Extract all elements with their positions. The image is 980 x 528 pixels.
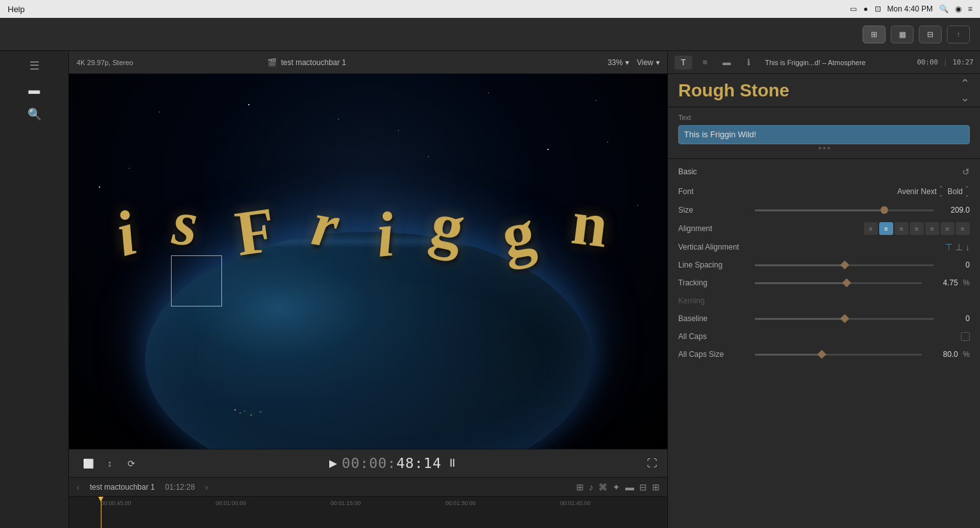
all-caps-controls	[755, 332, 970, 341]
align-left-btn[interactable]: ≡	[864, 222, 878, 235]
ruler-tick-1: 00:01:00:00	[216, 500, 246, 506]
tracking-label: Tracking	[678, 278, 755, 287]
font-controls: Avenir Next ⌃⌄ Bold ⌃⌄	[755, 185, 970, 198]
timeline-blade-icon[interactable]: ✦	[612, 482, 620, 492]
user-icon[interactable]: ◉	[955, 4, 961, 13]
effect-chevron-icon[interactable]: ⌃⌄	[960, 77, 970, 105]
ruler-label-1: 00:01:00:00	[216, 500, 246, 506]
sidebar-film-icon[interactable]: ▬	[22, 80, 47, 100]
toolbar: ⊞ ▦ ⊟ ↑	[0, 18, 980, 51]
inspector-tab-info[interactable]: ℹ	[739, 56, 757, 70]
video-text-overlay: i s F r i g g n	[69, 192, 667, 266]
line-spacing-slider[interactable]	[755, 264, 934, 266]
inspector-clip-title: This is Friggin...d! – Atmosphere	[765, 59, 913, 66]
baseline-slider[interactable]	[755, 318, 934, 320]
inspector-time-separator: |	[943, 58, 947, 66]
play-button[interactable]: ▶	[329, 457, 337, 469]
char-g2: g	[496, 193, 553, 273]
valign-top-btn[interactable]: ⊤	[945, 242, 953, 252]
inspector-btn[interactable]: ⊟	[919, 26, 942, 43]
video-column: 4K 29.97p, Stereo 🎬 test mactouchbar 1 3…	[69, 51, 667, 528]
inspector-time-end: 10:27	[953, 58, 974, 66]
align-justify-btn[interactable]: ≡	[910, 222, 924, 235]
inspector-tab-film[interactable]: ▬	[718, 56, 736, 70]
menu-icon[interactable]: ≡	[968, 4, 972, 13]
valign-middle-btn[interactable]: ⊥	[955, 242, 963, 252]
timeline-zoom-in-icon[interactable]: ⊞	[576, 482, 584, 492]
filmstrip-btn[interactable]: ▦	[891, 26, 914, 43]
all-caps-size-row: All Caps Size 80.0 %	[668, 345, 980, 363]
zoom-control[interactable]: 33% ▾	[607, 58, 629, 67]
baseline-controls: 0	[755, 314, 970, 323]
line-spacing-label: Line Spacing	[678, 260, 755, 269]
tracking-row: Tracking 4.75 %	[668, 274, 980, 292]
inspector-tab-list[interactable]: ≡	[696, 56, 714, 70]
fullscreen-button[interactable]: ⛶	[647, 458, 657, 469]
timeline-filmstrip-icon[interactable]: ▬	[625, 482, 634, 492]
share-icon: ↑	[956, 30, 960, 39]
timeline-collapse-icon[interactable]: ⊟	[639, 482, 647, 492]
char-s: s	[170, 186, 214, 262]
baseline-label: Baseline	[678, 314, 755, 323]
font-style-value: Bold	[947, 187, 963, 196]
font-name-selector[interactable]: Avenir Next ⌃⌄	[755, 185, 944, 198]
dot-2	[823, 147, 826, 149]
search-icon[interactable]: 🔍	[939, 4, 949, 13]
valign-bottom-btn[interactable]: ↓	[965, 242, 970, 252]
sliders-icon: ⊟	[927, 30, 933, 39]
text-input-dots	[678, 144, 970, 152]
airplay-icon[interactable]: ▭	[850, 4, 857, 13]
font-label: Font	[678, 187, 755, 196]
all-caps-size-slider[interactable]	[755, 354, 922, 356]
vertical-alignment-row: Vertical Alignment ⊤ ⊥ ↓	[668, 238, 980, 256]
list-tab-icon: ≡	[702, 57, 708, 67]
effect-name: Rough Stone	[678, 80, 960, 101]
grid-view-btn[interactable]: ⊞	[863, 26, 886, 43]
font-style-selector[interactable]: Bold ⌃⌄	[947, 185, 970, 198]
align-justify4-btn[interactable]: ≡	[956, 222, 970, 235]
dot-1	[819, 147, 821, 149]
timeline-audio-icon[interactable]: ♪	[589, 482, 593, 492]
arrow-tool-btn[interactable]: ↕	[101, 456, 119, 471]
sidebar-hamburger-icon[interactable]: ☰	[22, 56, 47, 75]
timeline-headphones-icon[interactable]: ⌘	[598, 482, 607, 492]
share-btn[interactable]: ↑	[947, 26, 970, 43]
effect-title-bar: Rough Stone ⌃⌄	[668, 74, 980, 107]
tracking-controls: 4.75 %	[755, 278, 970, 287]
font-row: Font Avenir Next ⌃⌄ Bold ⌃⌄	[668, 182, 980, 201]
all-caps-row: All Caps	[668, 328, 980, 345]
char-r: r	[307, 186, 357, 265]
speed-tool-btn[interactable]: ⟳	[122, 456, 140, 471]
size-row: Size 209.0	[668, 201, 980, 219]
align-justify3-btn[interactable]: ≡	[940, 222, 954, 235]
size-slider[interactable]	[755, 209, 934, 211]
alignment-controls: ≡ ≡ ≡ ≡ ≡ ≡ ≡	[755, 222, 970, 235]
view-label: View	[637, 58, 653, 67]
view-button[interactable]: View ▾	[637, 58, 660, 67]
zoom-value: 33%	[607, 58, 623, 67]
help-menu[interactable]: Help	[8, 4, 25, 14]
text-input[interactable]: This is Friggin Wild!	[678, 125, 970, 144]
size-value: 209.0	[938, 206, 970, 215]
char-i2: i	[373, 197, 410, 273]
align-center-btn[interactable]: ≡	[879, 222, 893, 235]
align-right-btn[interactable]: ≡	[895, 222, 909, 235]
transport-right: ⛶	[647, 458, 657, 469]
all-caps-checkbox[interactable]	[961, 332, 970, 341]
transport-left-controls: ⬜ ↕ ⟳	[79, 456, 140, 471]
crop-tool-btn[interactable]: ⬜	[79, 456, 97, 471]
pause-icon[interactable]: ⏸	[447, 456, 458, 470]
tracking-slider[interactable]	[755, 282, 922, 284]
timeline-next-btn[interactable]: ›	[205, 482, 208, 492]
timeline-prev-btn[interactable]: ‹	[77, 482, 80, 492]
divider-1	[668, 158, 980, 159]
ruler-label-4: 00:01:45:00	[560, 500, 591, 506]
basic-section-header: Basic ↺	[668, 162, 980, 182]
inspector-tab-text[interactable]: T	[674, 56, 692, 70]
size-label: Size	[678, 206, 755, 215]
basic-reset-btn[interactable]: ↺	[962, 167, 970, 177]
timeline-expand-icon[interactable]: ⊞	[652, 482, 660, 492]
sidebar-search-icon[interactable]: 🔍	[22, 105, 47, 124]
align-justify2-btn[interactable]: ≡	[925, 222, 939, 235]
transport-bar: ⬜ ↕ ⟳ ▶ 00:00:48:14 ⏸ ⛶	[69, 449, 667, 477]
